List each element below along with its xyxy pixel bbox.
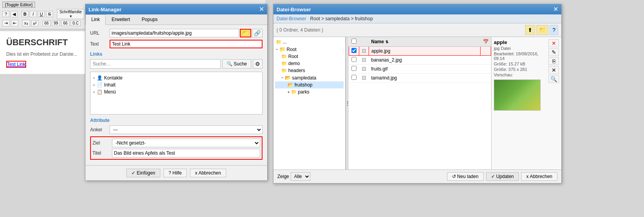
fb-new-folder-btn[interactable]: 📁: [536, 25, 548, 35]
up-icon: 📁: [276, 39, 282, 45]
tab-erweitert[interactable]: Erweitert: [106, 14, 136, 25]
toolbar-subscript-btn[interactable]: x₂: [22, 20, 30, 26]
folder-icon-fruitshop: 📂: [287, 82, 293, 88]
table-row[interactable]: 🖼 bananas_2.jpg: [349, 56, 491, 65]
toolbar-font-family[interactable]: Schriftfamilie ▾: [57, 9, 84, 19]
tree-item-inhalt[interactable]: + 📄 Inhalt: [93, 81, 260, 88]
file-name-apple[interactable]: apple.jpg: [369, 47, 481, 56]
table-row[interactable]: 🖼 fruits.gif: [349, 65, 491, 74]
url-input[interactable]: [110, 29, 239, 37]
tab-link[interactable]: Link: [85, 14, 106, 25]
breadcrumb-path: Root > sampledata > fruitshop: [310, 16, 373, 21]
link-tree: + 👤 Kontakte + 📄 Inhalt + 📋 Menü: [90, 72, 263, 115]
url-file-btn[interactable]: 📁: [240, 29, 251, 37]
toolbar-superscript-btn[interactable]: x²: [31, 20, 39, 26]
fb-upload-btn[interactable]: ⬆: [525, 25, 535, 35]
fb-tree-sampledata[interactable]: − 📂 sampledata: [275, 74, 344, 81]
test-link[interactable]: Test Link: [6, 61, 26, 68]
detail-x2-btn[interactable]: ✕: [548, 66, 559, 74]
file-browser-title: Datei-Browser: [277, 7, 311, 12]
toolbar-num4[interactable]: 0.C: [71, 20, 81, 26]
detail-search-btn[interactable]: 🔍: [548, 75, 559, 83]
fb-footer: Zeige Alle ↺ Neu laden ✓ Updaten x Abbre…: [273, 169, 561, 183]
file-checkbox-bananas[interactable]: [351, 57, 357, 62]
file-browser-toolbar: ( 0 Ordner, 4 Dateien ) ⬆ 📁 ?: [273, 23, 561, 37]
root-folder-icon: 📁: [279, 46, 286, 52]
toolbar-num2[interactable]: 99: [52, 20, 60, 26]
menu-icon: 📋: [97, 89, 103, 95]
links-search-btn[interactable]: 🔍 Suche: [222, 59, 251, 69]
fb-tree-root[interactable]: − 📁 Root: [275, 46, 344, 53]
toolbar-help-btn[interactable]: ?: [2, 11, 9, 17]
help-btn[interactable]: ? Hilfe: [163, 169, 187, 177]
fb-cancel-btn[interactable]: x Abbrechen: [521, 172, 557, 181]
detail-modified: Bearbeitet: 19/08/2016, 09:14: [494, 51, 547, 61]
toolbar-back-btn[interactable]: ◀: [11, 11, 18, 18]
breadcrumb-label[interactable]: Datei-Browser: [277, 16, 306, 21]
anchor-select[interactable]: ---: [110, 125, 263, 134]
file-name-fruits[interactable]: fruits.gif: [369, 65, 481, 74]
url-anchor-btn[interactable]: 🔗: [252, 29, 263, 37]
fb-tree-demo[interactable]: 📁 demo: [275, 60, 344, 67]
insert-btn[interactable]: ✓ Einfügen: [126, 169, 160, 177]
file-browser-close-btn[interactable]: ✕: [553, 6, 558, 12]
col-checkbox[interactable]: [349, 37, 359, 47]
table-row[interactable]: 🖼 tamarind.jpg: [349, 74, 491, 83]
toolbar-outdent-btn[interactable]: ⇤: [11, 20, 18, 26]
toolbar-underline-btn[interactable]: U: [38, 11, 45, 17]
toolbar-num1[interactable]: 66: [43, 20, 51, 26]
links-search-input[interactable]: [90, 59, 221, 69]
fb-tree-parks[interactable]: + 📁 parks: [275, 88, 344, 95]
file-checkbox-fruits[interactable]: [351, 66, 357, 71]
table-row[interactable]: 🖼 apple.jpg: [349, 47, 491, 56]
fb-toolbar-actions: ⬆ 📁 ?: [525, 25, 558, 35]
link-manager-tabs: Link Erweitert Popups: [85, 14, 267, 25]
folder-icon-banners: 📁: [281, 54, 287, 59]
expand-icon-3: +: [93, 90, 95, 94]
detail-size: Größe: 15.27 kB: [494, 62, 547, 66]
title-input[interactable]: [112, 149, 260, 157]
links-gear-btn[interactable]: ⚙: [253, 59, 263, 69]
file-name-bananas[interactable]: bananas_2.jpg: [369, 56, 481, 65]
fb-help-btn[interactable]: ?: [550, 25, 558, 35]
fb-tree-headers[interactable]: 📁 headers: [275, 67, 344, 74]
fb-update-btn[interactable]: ✓ Updaten: [486, 172, 519, 181]
file-name-tamarind[interactable]: tamarind.jpg: [369, 74, 481, 83]
show-select[interactable]: Alle: [291, 172, 310, 181]
toolbar-indent-btn[interactable]: ⇥: [2, 20, 10, 26]
file-browser-breadcrumb: Datei-Browser Root > sampledata > fruits…: [273, 14, 561, 23]
text-input[interactable]: [110, 40, 263, 48]
expand-icon: +: [93, 76, 95, 80]
col-name-header[interactable]: Name ⇅: [369, 37, 481, 47]
detail-edit-btn[interactable]: ✎: [548, 48, 559, 56]
tree-scroll-divider: ⋮: [346, 37, 349, 169]
fb-reload-btn[interactable]: ↺ Neu laden: [447, 172, 484, 181]
toolbar-num3[interactable]: 66: [61, 20, 69, 26]
fb-tree-up[interactable]: 📁 ...: [275, 39, 344, 46]
fb-tree-fruitshop[interactable]: 📂 fruitshop: [275, 81, 344, 88]
link-manager-titlebar: Link-Manager ✕: [85, 4, 267, 14]
attributes-section-title: Attribute: [90, 118, 263, 123]
fb-tree-banners[interactable]: 📁 Root: [275, 53, 344, 60]
file-checkbox-apple[interactable]: [351, 48, 357, 53]
file-checkbox-tamarind[interactable]: [351, 75, 357, 80]
toolbar-strikethrough-btn[interactable]: S: [46, 11, 53, 17]
cancel-btn[interactable]: x Abbrechen: [190, 169, 226, 177]
tree-item-kontakte[interactable]: + 👤 Kontakte: [93, 74, 260, 81]
tab-popups[interactable]: Popups: [136, 14, 163, 25]
toolbar-bold-btn[interactable]: B: [21, 11, 28, 17]
url-input-wrap: 📁 🔗: [110, 29, 263, 37]
collapse-root-icon: −: [276, 47, 278, 51]
toolbar-italic-btn[interactable]: I: [30, 11, 37, 17]
tree-item-menu[interactable]: + 📋 Menü: [93, 88, 260, 95]
link-manager-body: URL 📁 🔗 Text Links 🔍 Suche ⚙ + 👤: [85, 25, 267, 165]
detail-delete-btn[interactable]: ✕: [548, 39, 559, 47]
link-manager-close-btn[interactable]: ✕: [259, 6, 264, 12]
toggle-editor-button[interactable]: [Toggle Editor]: [2, 2, 35, 8]
col-date-header[interactable]: 📅: [481, 37, 491, 47]
fb-tree-panel: 📁 ... − 📁 Root 📁 Root 📁 demo 📁 headers: [273, 37, 346, 169]
select-all-checkbox[interactable]: [351, 39, 357, 44]
target-label: Ziel: [92, 140, 112, 146]
detail-copy-btn[interactable]: ⎘: [548, 57, 559, 65]
target-select[interactable]: -Nicht gesetzt-: [112, 139, 260, 147]
